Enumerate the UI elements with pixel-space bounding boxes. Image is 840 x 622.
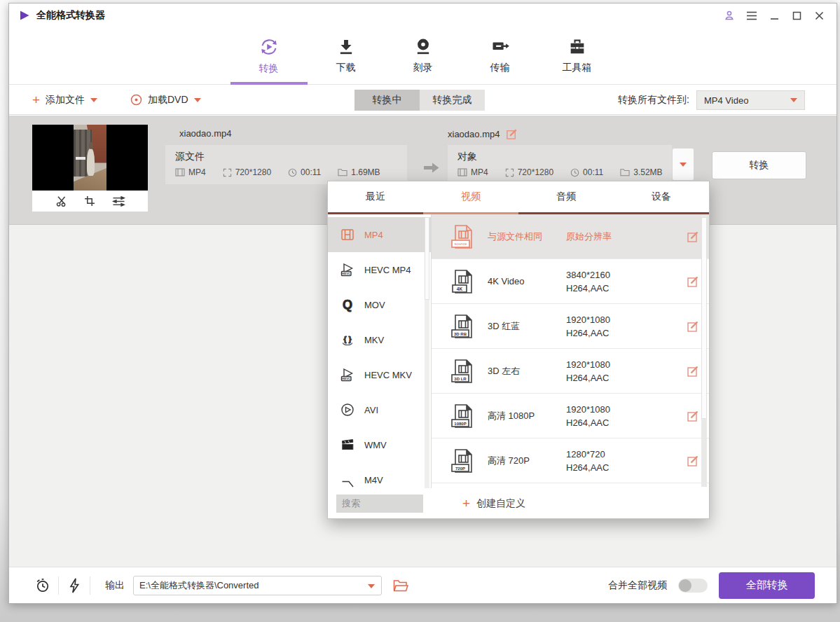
format-list-scrollbar[interactable] [425,217,429,488]
avi-icon [340,402,355,417]
clip-toolbar [32,191,148,212]
search-input[interactable] [336,495,423,513]
nav-item-burn[interactable]: 刻录 [385,27,462,84]
preset-list: source 与源文件相同 原始分辨率 4K 4K Video [432,214,709,488]
chevron-down-icon [790,98,797,102]
trim-icon[interactable] [55,195,67,207]
create-custom-button[interactable]: + 创建自定义 [462,497,525,510]
chevron-down-icon [194,98,201,102]
preset-row-4k[interactable]: 4K 4K Video 3840*2160 H264,AAC [432,259,709,304]
edit-icon[interactable] [687,455,699,467]
edit-icon[interactable] [687,230,699,243]
tab-device[interactable]: 设备 [614,181,709,212]
close-icon[interactable] [811,8,827,22]
window-controls [722,8,827,22]
tab-recent[interactable]: 最近 [328,181,423,212]
svg-text:{ }: { } [343,335,351,343]
preset-resolution: 原始分辨率 [566,230,657,243]
tab-converting[interactable]: 转换中 [354,90,420,111]
tab-audio[interactable]: 音频 [518,181,614,212]
crop-icon[interactable] [84,195,95,207]
target-format-cell: MP4 [457,167,488,177]
main-nav: 转换 下载 刻录 [9,27,836,85]
nav-label-download: 下载 [336,62,356,74]
video-thumbnail[interactable] [32,125,148,212]
account-icon[interactable] [722,8,737,22]
preset-4k-icon: 4K [450,268,476,295]
format-popup-body: MP4 HEVC HEVC MP4 Q MOV { } [328,214,709,488]
arrow-right-icon [423,162,440,174]
row-convert-button[interactable]: 转换 [712,151,806,179]
folder-icon [620,168,630,177]
source-size-cell: 1.69MB [338,167,380,177]
wmv-icon [340,437,355,452]
preset-codec: H264,AAC [566,373,657,383]
format-item-hevc-mkv[interactable]: HEVC HEVC MKV [328,357,431,392]
high-speed-icon[interactable] [62,577,86,594]
convert-all-button[interactable]: 全部转换 [719,572,815,599]
preset-720p-icon: 720P [450,448,476,474]
target-size-cell: 3.52MB [620,167,662,177]
output-format-select[interactable]: MP4 Video [696,90,805,110]
add-files-button[interactable]: + 添加文件 [32,85,97,114]
burn-icon [413,37,433,57]
format-item-m4v[interactable]: M4V [328,462,431,488]
format-item-mkv[interactable]: { } MKV [328,322,431,357]
preset-row-3d-rb[interactable]: 3D RB 3D 红蓝 1920*1080 H264,AAC [432,304,709,349]
source-filename: xiaodao.mp4 [179,128,231,139]
edit-icon[interactable] [687,410,699,422]
preset-resolution: 3840*2160 [566,270,657,280]
edit-icon[interactable] [687,275,699,288]
edit-icon[interactable] [687,365,699,378]
m4v-icon [340,472,355,488]
format-item-mov[interactable]: Q MOV [328,287,431,322]
preset-row-source[interactable]: source 与源文件相同 原始分辨率 [432,214,709,259]
rename-icon[interactable] [506,128,518,140]
tab-video[interactable]: 视频 [423,181,518,212]
effects-icon[interactable] [112,196,125,207]
format-item-hevc-mp4[interactable]: HEVC HEVC MP4 [328,252,431,287]
nav-item-download[interactable]: 下载 [308,27,385,84]
bottom-bar: 输出 合并全部视频 全部转换 [9,567,836,603]
schedule-icon[interactable] [31,577,55,594]
format-item-wmv[interactable]: WMV [328,427,431,462]
source-box-title: 源文件 [175,151,397,163]
chevron-down-icon [680,163,687,167]
maximize-icon[interactable] [789,8,804,22]
nav-item-toolbox[interactable]: 工具箱 [539,27,616,84]
preset-name: 与源文件相同 [488,230,566,243]
film-icon [175,168,185,177]
preset-row-720p[interactable]: 720P 高清 720P 1280*720 H264,AAC [432,438,709,483]
mp4-icon [340,227,355,242]
edit-icon[interactable] [687,320,699,333]
preset-3d-rb-icon: 3D RB [450,313,476,340]
menu-icon[interactable] [744,8,759,22]
target-filename: xiaodao.mp4 [448,129,500,139]
load-dvd-button[interactable]: 加载DVD [130,85,201,114]
preset-name: 3D 红蓝 [488,320,566,333]
format-item-avi[interactable]: AVI [328,392,431,427]
target-info-box: 对象 MP4 720*1280 [448,145,672,184]
preset-resolution: 1920*1080 [566,404,657,415]
source-resolution-cell: 720*1280 [223,167,271,177]
format-popup-tabs: 最近 视频 音频 设备 [328,181,709,212]
preset-codec: H264,AAC [566,328,657,338]
download-icon [336,37,356,57]
output-path-select[interactable] [133,576,382,595]
preset-list-scrollbar[interactable] [701,216,707,487]
preset-row-1080p[interactable]: 1080P 高清 1080P 1920*1080 H264,AAC [432,394,709,438]
nav-item-convert[interactable]: 转换 [230,27,308,84]
target-format-dropdown-button[interactable] [672,148,694,181]
toolbar: + 添加文件 加载DVD 转换中 转换完成 转换所有文件到: MP4 Video [9,85,836,115]
open-folder-icon[interactable] [393,579,408,592]
source-duration-cell: 00:11 [288,167,321,177]
merge-videos-toggle[interactable] [678,579,708,593]
tab-converted[interactable]: 转换完成 [420,90,485,111]
output-path-input[interactable] [134,580,381,590]
nav-item-transfer[interactable]: 传输 [462,27,539,84]
chevron-down-icon [90,98,97,102]
preset-resolution: 1920*1080 [566,359,657,370]
preset-row-3d-lr[interactable]: 3D LR 3D 左右 1920*1080 H264,AAC [432,349,709,394]
format-item-mp4[interactable]: MP4 [328,217,431,252]
minimize-icon[interactable] [766,8,782,22]
